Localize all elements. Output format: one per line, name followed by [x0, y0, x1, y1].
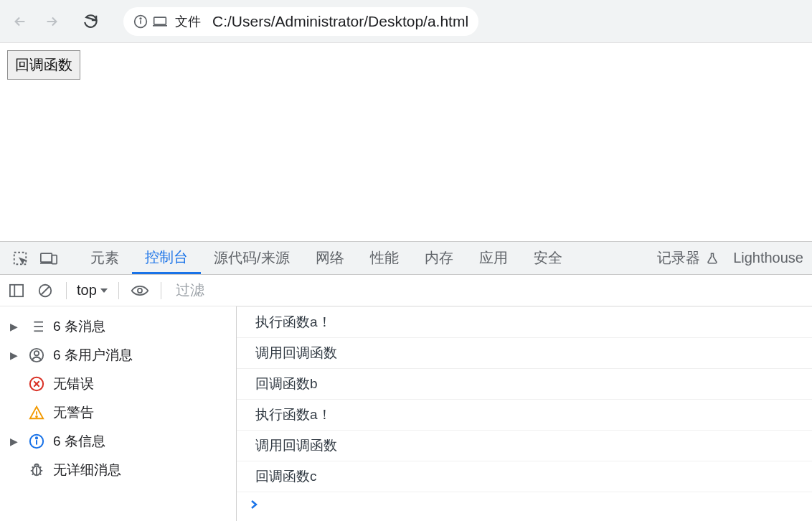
filter-input[interactable] — [171, 279, 806, 301]
sidebar-label: 无详细消息 — [53, 461, 121, 479]
console-prompt[interactable] — [237, 492, 812, 517]
sidebar-label: 无错误 — [53, 375, 94, 393]
callback-button[interactable]: 回调函数 — [7, 50, 80, 80]
flask-icon — [706, 251, 719, 266]
tab-console[interactable]: 控制台 — [132, 242, 201, 274]
address-bar[interactable]: 文件 C:/Users/Administrator/Desktop/a.html — [123, 7, 478, 36]
tab-application[interactable]: 应用 — [466, 242, 521, 274]
svg-point-24 — [36, 416, 37, 418]
device-icon — [152, 14, 168, 29]
sidebar-item-user-messages[interactable]: ▶ 6 条用户消息 — [0, 341, 236, 370]
svg-point-11 — [138, 288, 142, 292]
bug-icon — [27, 461, 46, 479]
separator — [118, 282, 119, 299]
console-log-row[interactable]: 执行函数a！ — [237, 306, 812, 338]
back-button[interactable] — [7, 9, 33, 34]
tab-memory[interactable]: 内存 — [412, 242, 466, 274]
console-log-row[interactable]: 回调函数c — [237, 461, 812, 492]
user-icon — [27, 346, 46, 365]
sidebar-item-warnings[interactable]: ▶ 无警告 — [0, 398, 236, 427]
tab-security[interactable]: 安全 — [521, 242, 575, 274]
console-body: ▶ 6 条消息 ▶ 6 条用户消息 ▶ 无错误 — [0, 306, 812, 521]
page-viewport: 回调函数 — [0, 43, 812, 241]
tab-performance[interactable]: 性能 — [357, 242, 412, 274]
url-text: C:/Users/Administrator/Desktop/a.html — [212, 13, 468, 30]
sidebar-item-messages[interactable]: ▶ 6 条消息 — [0, 312, 236, 341]
console-log-row[interactable]: 调用回调函数 — [237, 338, 812, 369]
forward-button[interactable] — [39, 9, 65, 34]
element-picker-icon[interactable] — [6, 242, 34, 274]
console-log-row[interactable]: 回调函数b — [237, 369, 812, 400]
tab-sources[interactable]: 源代码/来源 — [201, 242, 303, 274]
svg-rect-6 — [52, 255, 57, 263]
error-icon — [27, 375, 46, 393]
context-selector[interactable]: top — [77, 282, 108, 299]
info-icon — [133, 14, 148, 29]
sidebar-item-info[interactable]: ▶ 6 条信息 — [0, 427, 236, 456]
file-scheme-label: 文件 — [175, 13, 201, 30]
console-sidebar: ▶ 6 条消息 ▶ 6 条用户消息 ▶ 无错误 — [0, 306, 237, 521]
reload-button[interactable] — [77, 9, 103, 34]
separator — [66, 282, 67, 299]
context-label: top — [77, 282, 97, 299]
svg-line-10 — [42, 286, 49, 294]
sidebar-label: 无警告 — [53, 403, 94, 422]
console-log-row[interactable]: 执行函数a！ — [237, 400, 812, 431]
console-log-row[interactable]: 调用回调函数 — [237, 431, 812, 461]
live-expression-icon[interactable] — [129, 280, 151, 301]
toggle-sidebar-icon[interactable] — [6, 280, 27, 301]
warning-icon — [27, 403, 46, 422]
svg-point-27 — [36, 437, 37, 438]
svg-point-19 — [34, 351, 39, 355]
chevron-right-icon — [250, 499, 258, 510]
tab-lighthouse[interactable]: Lighthouse — [733, 250, 803, 266]
svg-rect-5 — [41, 253, 52, 262]
separator — [161, 282, 161, 299]
devtools-tab-bar: 元素 控制台 源代码/来源 网络 性能 内存 应用 安全 记录器 Lightho… — [0, 242, 812, 275]
clear-console-icon[interactable] — [34, 280, 56, 301]
expand-arrow-icon: ▶ — [10, 349, 20, 361]
svg-rect-7 — [10, 284, 23, 296]
console-toolbar: top — [0, 275, 812, 306]
tab-network[interactable]: 网络 — [303, 242, 357, 274]
messages-icon — [27, 317, 46, 336]
browser-toolbar: 文件 C:/Users/Administrator/Desktop/a.html — [0, 0, 812, 43]
devtools-panel: 元素 控制台 源代码/来源 网络 性能 内存 应用 安全 记录器 Lightho… — [0, 241, 812, 521]
dropdown-icon — [100, 286, 108, 295]
sidebar-label: 6 条用户消息 — [53, 346, 133, 365]
sidebar-item-verbose[interactable]: ▶ 无详细消息 — [0, 456, 236, 484]
sidebar-label: 6 条信息 — [53, 432, 105, 451]
sidebar-label: 6 条消息 — [53, 317, 105, 336]
tab-recorder[interactable]: 记录器 — [657, 248, 700, 268]
console-messages: 执行函数a！ 调用回调函数 回调函数b 执行函数a！ 调用回调函数 回调函数c — [237, 306, 812, 521]
device-toggle-icon[interactable] — [34, 242, 63, 274]
svg-point-2 — [140, 18, 141, 19]
info-icon — [27, 432, 46, 451]
sidebar-item-errors[interactable]: ▶ 无错误 — [0, 370, 236, 398]
expand-arrow-icon: ▶ — [10, 436, 20, 447]
expand-arrow-icon: ▶ — [10, 321, 20, 332]
svg-rect-3 — [154, 17, 166, 24]
tab-elements[interactable]: 元素 — [77, 242, 132, 274]
